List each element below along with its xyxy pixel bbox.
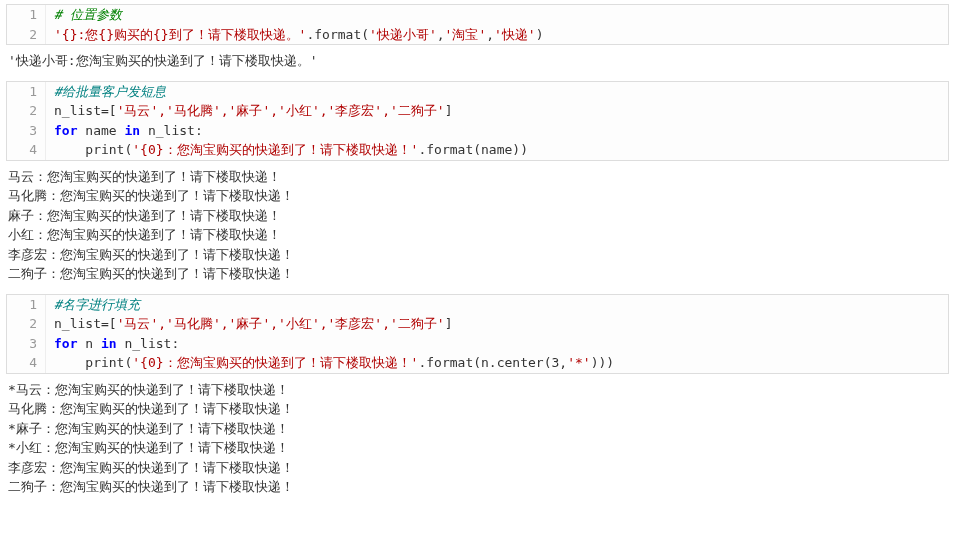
code-row: 3 for name in n_list: bbox=[7, 121, 948, 141]
var-assign: n_list=[ bbox=[54, 316, 117, 331]
comma: , bbox=[486, 27, 494, 42]
code-content: for name in n_list: bbox=[46, 121, 203, 141]
code-row: 1 # 位置参数 bbox=[7, 5, 948, 25]
code-content: n_list=['马云','马化腾','麻子','小红','李彦宏','二狗子'… bbox=[46, 314, 453, 334]
loop-rest: n_list: bbox=[117, 336, 180, 351]
var-assign: n_list=[ bbox=[54, 103, 117, 118]
bracket-close: ] bbox=[445, 103, 453, 118]
line-number: 3 bbox=[7, 334, 46, 354]
list-items: '马云','马化腾','麻子','小红','李彦宏','二狗子' bbox=[117, 103, 445, 118]
code-row: 2 '{}:您{}购买的{}到了！请下楼取快递。'.format('快递小哥',… bbox=[7, 25, 948, 45]
loop-var: name bbox=[77, 123, 124, 138]
code-content: print('{0}：您淘宝购买的快递到了！请下楼取快递！'.format(na… bbox=[46, 140, 528, 160]
output-1: '快递小哥:您淘宝购买的快递到了！请下楼取快递。' bbox=[8, 51, 947, 71]
line-number: 1 bbox=[7, 82, 46, 102]
bracket-close: ] bbox=[445, 316, 453, 331]
code-block-2: 1 #给批量客户发短息 2 n_list=['马云','马化腾','麻子','小… bbox=[6, 81, 949, 161]
keyword-in: in bbox=[124, 123, 140, 138]
format-call: .format( bbox=[306, 27, 369, 42]
print-call: print( bbox=[54, 355, 132, 370]
line-number: 4 bbox=[7, 140, 46, 160]
paren-close: ))) bbox=[591, 355, 614, 370]
code-row: 3 for n in n_list: bbox=[7, 334, 948, 354]
line-number: 2 bbox=[7, 314, 46, 334]
code-content: print('{0}：您淘宝购买的快递到了！请下楼取快递！'.format(n.… bbox=[46, 353, 614, 373]
line-number: 2 bbox=[7, 101, 46, 121]
keyword-in: in bbox=[101, 336, 117, 351]
string-arg: '快递小哥' bbox=[369, 27, 437, 42]
code-row: 4 print('{0}：您淘宝购买的快递到了！请下楼取快递！'.format(… bbox=[7, 140, 948, 160]
format-rest: .format(name)) bbox=[418, 142, 528, 157]
code-row: 2 n_list=['马云','马化腾','麻子','小红','李彦宏','二狗… bbox=[7, 314, 948, 334]
code-block-3: 1 #名字进行填充 2 n_list=['马云','马化腾','麻子','小红'… bbox=[6, 294, 949, 374]
code-block-1: 1 # 位置参数 2 '{}:您{}购买的{}到了！请下楼取快递。'.forma… bbox=[6, 4, 949, 45]
keyword-for: for bbox=[54, 336, 77, 351]
format-rest: .format(n.center(3, bbox=[418, 355, 567, 370]
keyword-for: for bbox=[54, 123, 77, 138]
star-arg: '*' bbox=[567, 355, 590, 370]
loop-var: n bbox=[77, 336, 100, 351]
code-content: #给批量客户发短息 bbox=[46, 82, 166, 102]
line-number: 3 bbox=[7, 121, 46, 141]
string-arg: '快递' bbox=[494, 27, 536, 42]
line-number: 4 bbox=[7, 353, 46, 373]
output-2: 马云：您淘宝购买的快递到了！请下楼取快递！ 马化腾：您淘宝购买的快递到了！请下楼… bbox=[8, 167, 947, 284]
comma: , bbox=[437, 27, 445, 42]
print-call: print( bbox=[54, 142, 132, 157]
format-string: '{0}：您淘宝购买的快递到了！请下楼取快递！' bbox=[132, 355, 418, 370]
code-content: #名字进行填充 bbox=[46, 295, 140, 315]
code-row: 1 #名字进行填充 bbox=[7, 295, 948, 315]
string-literal: '{}:您{}购买的{}到了！请下楼取快递。' bbox=[54, 27, 306, 42]
code-row: 2 n_list=['马云','马化腾','麻子','小红','李彦宏','二狗… bbox=[7, 101, 948, 121]
line-number: 1 bbox=[7, 5, 46, 25]
loop-rest: n_list: bbox=[140, 123, 203, 138]
list-items: '马云','马化腾','麻子','小红','李彦宏','二狗子' bbox=[117, 316, 445, 331]
paren-close: ) bbox=[536, 27, 544, 42]
comment: #给批量客户发短息 bbox=[54, 84, 166, 99]
code-row: 4 print('{0}：您淘宝购买的快递到了！请下楼取快递！'.format(… bbox=[7, 353, 948, 373]
output-3: *马云：您淘宝购买的快递到了！请下楼取快递！ 马化腾：您淘宝购买的快递到了！请下… bbox=[8, 380, 947, 497]
line-number: 1 bbox=[7, 295, 46, 315]
code-content: for n in n_list: bbox=[46, 334, 179, 354]
code-content: '{}:您{}购买的{}到了！请下楼取快递。'.format('快递小哥','淘… bbox=[46, 25, 544, 45]
line-number: 2 bbox=[7, 25, 46, 45]
code-row: 1 #给批量客户发短息 bbox=[7, 82, 948, 102]
comment: # 位置参数 bbox=[54, 7, 122, 22]
code-content: # 位置参数 bbox=[46, 5, 122, 25]
format-string: '{0}：您淘宝购买的快递到了！请下楼取快递！' bbox=[132, 142, 418, 157]
string-arg: '淘宝' bbox=[445, 27, 487, 42]
code-content: n_list=['马云','马化腾','麻子','小红','李彦宏','二狗子'… bbox=[46, 101, 453, 121]
comment: #名字进行填充 bbox=[54, 297, 140, 312]
